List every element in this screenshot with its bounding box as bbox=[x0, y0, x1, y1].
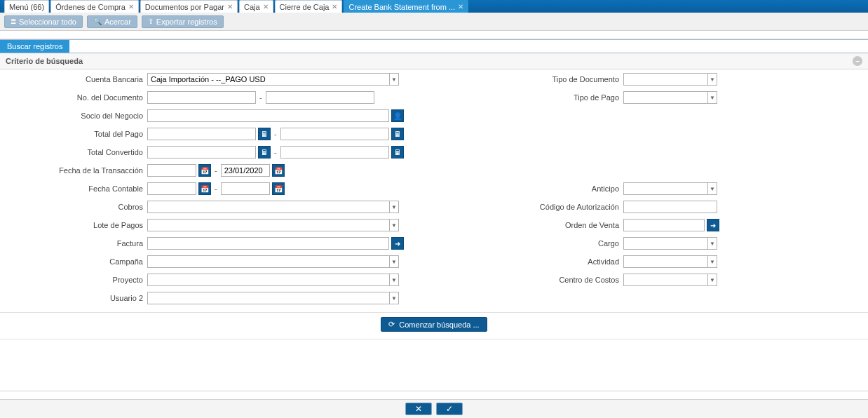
cost-center-input[interactable] bbox=[623, 274, 707, 286]
activity-input[interactable] bbox=[623, 255, 707, 268]
invoice-input[interactable] bbox=[147, 237, 389, 250]
zoom-button[interactable]: 🔍 Acercar bbox=[87, 15, 137, 28]
chevron-down-icon[interactable]: ▼ bbox=[389, 73, 399, 86]
collections-combo[interactable]: ▼ bbox=[147, 201, 399, 213]
chevron-down-icon[interactable]: ▼ bbox=[389, 292, 399, 304]
start-search-button[interactable]: ⟳ Comenzar búsqueda ... bbox=[381, 317, 487, 332]
cost-center-combo[interactable]: ▼ bbox=[623, 274, 717, 286]
label-activity: Actividad bbox=[448, 257, 623, 266]
collections-input[interactable] bbox=[147, 201, 389, 213]
bank-account-input[interactable] bbox=[147, 73, 389, 86]
tab-cash[interactable]: Caja ✕ bbox=[239, 0, 273, 13]
pay-total-to-input[interactable] bbox=[280, 128, 389, 140]
pay-type-input[interactable] bbox=[623, 91, 707, 104]
pay-batch-input[interactable] bbox=[147, 219, 389, 231]
conv-total-from-input[interactable] bbox=[147, 146, 256, 159]
chevron-down-icon[interactable]: ▼ bbox=[707, 182, 717, 195]
bpartner-input[interactable] bbox=[147, 109, 389, 122]
calculator-icon: 🖩 bbox=[261, 149, 268, 156]
tab-create-bank-statement[interactable]: Create Bank Statement from ... ✕ bbox=[344, 0, 468, 13]
project-input[interactable] bbox=[147, 274, 389, 286]
chevron-down-icon[interactable]: ▼ bbox=[389, 201, 399, 213]
label-bpartner: Socio del Negocio bbox=[7, 112, 147, 120]
chevron-down-icon[interactable]: ▼ bbox=[707, 237, 717, 250]
date-picker-button[interactable]: 📅 bbox=[198, 164, 211, 177]
label-collections: Cobros bbox=[7, 203, 147, 211]
calc-button[interactable]: 🖩 bbox=[258, 128, 271, 140]
auth-code-input[interactable] bbox=[623, 201, 717, 213]
bank-account-combo[interactable]: ▼ bbox=[147, 73, 399, 86]
close-icon[interactable]: ✕ bbox=[332, 3, 337, 11]
chevron-down-icon[interactable]: ▼ bbox=[707, 274, 717, 286]
pay-batch-combo[interactable]: ▼ bbox=[147, 219, 399, 231]
chevron-down-icon[interactable]: ▼ bbox=[707, 255, 717, 268]
doc-type-combo[interactable]: ▼ bbox=[623, 73, 717, 86]
sales-order-input[interactable] bbox=[623, 219, 705, 231]
chevron-down-icon[interactable]: ▼ bbox=[389, 274, 399, 286]
tab-label: Documentos por Pagar bbox=[145, 3, 224, 11]
calendar-icon: 📅 bbox=[274, 167, 283, 175]
tab-cash-close[interactable]: Cierre de Caja ✕ bbox=[275, 0, 343, 13]
trx-date-from-input[interactable] bbox=[147, 164, 196, 177]
advance-combo[interactable]: ▼ bbox=[623, 182, 717, 195]
doc-no-to-input[interactable] bbox=[266, 91, 374, 104]
collapse-icon[interactable]: – bbox=[853, 56, 862, 66]
chevron-down-icon[interactable]: ▼ bbox=[389, 219, 399, 231]
doc-no-from-input[interactable] bbox=[147, 91, 256, 104]
acct-date-to-input[interactable] bbox=[221, 182, 270, 195]
user2-input[interactable] bbox=[147, 292, 389, 304]
close-icon[interactable]: ✕ bbox=[263, 3, 269, 11]
chevron-down-icon[interactable]: ▼ bbox=[389, 255, 399, 268]
date-picker-button[interactable]: 📅 bbox=[198, 182, 211, 195]
chevron-down-icon[interactable]: ▼ bbox=[707, 91, 717, 104]
close-icon[interactable]: ✕ bbox=[227, 3, 233, 11]
range-dash: - bbox=[213, 184, 219, 193]
tab-label: Menú (66) bbox=[9, 3, 44, 11]
calendar-icon: 📅 bbox=[201, 185, 209, 193]
doc-type-input[interactable] bbox=[623, 73, 707, 86]
arrow-icon: ➜ bbox=[710, 222, 716, 229]
button-label: Exportar registros bbox=[156, 18, 217, 26]
acct-date-from-input[interactable] bbox=[147, 182, 196, 195]
label-invoice: Factura bbox=[7, 239, 147, 248]
tab-strip: Menú (66) Órdenes de Compra ✕ Documentos… bbox=[0, 0, 868, 13]
charge-input[interactable] bbox=[623, 237, 707, 250]
tab-docs-to-pay[interactable]: Documentos por Pagar ✕ bbox=[140, 0, 238, 13]
label-advance: Anticipo bbox=[448, 184, 623, 193]
calc-button[interactable]: 🖩 bbox=[391, 146, 404, 159]
range-dash: - bbox=[273, 130, 278, 138]
calculator-icon: 🖩 bbox=[394, 130, 401, 138]
activity-combo[interactable]: ▼ bbox=[623, 255, 717, 268]
tab-menu[interactable]: Menú (66) bbox=[4, 0, 49, 13]
select-all-button[interactable]: ≣ Seleccionar todo bbox=[4, 15, 83, 28]
zoom-icon: 🔍 bbox=[93, 18, 102, 25]
sales-order-lookup-button[interactable]: ➜ bbox=[707, 219, 719, 231]
close-icon[interactable]: ✕ bbox=[128, 3, 134, 11]
charge-combo[interactable]: ▼ bbox=[623, 237, 717, 250]
calendar-icon: 📅 bbox=[274, 185, 283, 193]
campaign-input[interactable] bbox=[147, 255, 389, 268]
date-picker-button[interactable]: 📅 bbox=[272, 164, 285, 177]
project-combo[interactable]: ▼ bbox=[147, 274, 399, 286]
invoice-lookup-button[interactable]: ➜ bbox=[391, 237, 404, 250]
close-icon[interactable]: ✕ bbox=[458, 3, 463, 11]
advance-input[interactable] bbox=[623, 182, 707, 195]
pay-type-combo[interactable]: ▼ bbox=[623, 91, 717, 104]
calc-button[interactable]: 🖩 bbox=[258, 146, 271, 159]
tab-purchase-orders[interactable]: Órdenes de Compra ✕ bbox=[50, 0, 139, 13]
date-picker-button[interactable]: 📅 bbox=[272, 182, 285, 195]
user2-combo[interactable]: ▼ bbox=[147, 292, 399, 304]
arrow-icon: ➜ bbox=[395, 240, 400, 248]
panel-title: Criterio de búsqueda bbox=[6, 57, 83, 65]
panel-header-criteria: Criterio de búsqueda – bbox=[0, 53, 868, 69]
form-col-left: Cuenta Bancaria ▼ No. del Documento - So… bbox=[7, 72, 420, 309]
export-button[interactable]: ⇪ Exportar registros bbox=[142, 15, 224, 28]
trx-date-to-input[interactable] bbox=[221, 164, 270, 177]
campaign-combo[interactable]: ▼ bbox=[147, 255, 399, 268]
bpartner-lookup-button[interactable]: 👤 bbox=[391, 109, 404, 122]
pay-total-from-input[interactable] bbox=[147, 128, 256, 140]
section-title-search: Buscar registros bbox=[0, 40, 69, 53]
chevron-down-icon[interactable]: ▼ bbox=[707, 73, 717, 86]
calc-button[interactable]: 🖩 bbox=[391, 128, 404, 140]
conv-total-to-input[interactable] bbox=[280, 146, 389, 159]
